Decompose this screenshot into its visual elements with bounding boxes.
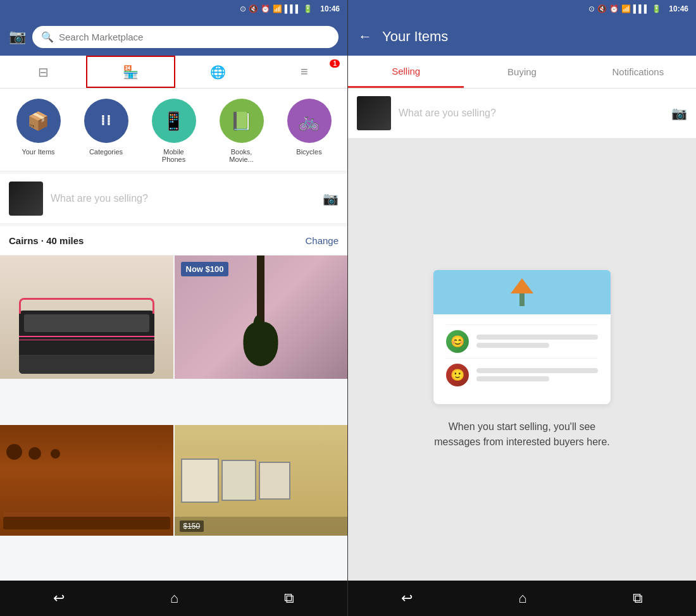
location-bar: Cairns · 40 miles Change bbox=[0, 226, 347, 256]
globe-icon: 🌐 bbox=[210, 65, 226, 80]
tab-menu[interactable]: ≡ 1 bbox=[261, 56, 347, 88]
tab-newsfeed[interactable]: ⊟ bbox=[0, 56, 86, 88]
selling-label: Selling bbox=[392, 66, 420, 77]
card-lines-2 bbox=[476, 368, 598, 381]
lamp-illustration bbox=[511, 278, 533, 306]
newsfeed-icon: ⊟ bbox=[38, 65, 49, 80]
card-lines-1 bbox=[476, 335, 598, 348]
time-right: 10:46 bbox=[669, 4, 688, 13]
listing-treadmill[interactable] bbox=[0, 256, 173, 424]
tab-buying[interactable]: Buying bbox=[464, 56, 580, 88]
sell-prompt-right[interactable]: What are you selling? 📷 bbox=[348, 89, 696, 139]
guitar-price-badge: Now $100 bbox=[181, 262, 229, 276]
record-icon: ⊙ bbox=[240, 4, 246, 13]
battery-icon: 🔋 bbox=[303, 4, 313, 13]
card-header-lamp bbox=[433, 270, 611, 314]
search-input[interactable] bbox=[59, 32, 330, 42]
listing-frames[interactable]: $150 bbox=[175, 425, 348, 581]
bicycles-icon: 🚲 bbox=[287, 99, 332, 143]
right-title: Your Items bbox=[382, 28, 448, 45]
listings-grid: Now $100 bbox=[0, 256, 347, 581]
listing-guitar[interactable]: Now $100 bbox=[175, 256, 348, 424]
recents-button-left[interactable]: ⧉ bbox=[271, 585, 307, 612]
card-line-1a bbox=[476, 335, 598, 340]
empty-state-message: When you start selling, you'll see messa… bbox=[433, 419, 611, 450]
lamp-base bbox=[519, 293, 525, 306]
change-button[interactable]: Change bbox=[305, 235, 339, 246]
category-bicycles[interactable]: 🚲 Bicycles bbox=[287, 99, 332, 163]
right-screen: ⊙ 🔇 ⏰ 📶 ▌▌▌ 🔋 10:46 ← Your Items Selling… bbox=[348, 0, 696, 616]
tab-globe[interactable]: 🌐 bbox=[175, 56, 261, 88]
tab-selling[interactable]: Selling bbox=[348, 56, 464, 88]
card-line-2a bbox=[476, 368, 598, 373]
tab-marketplace[interactable]: 🏪 bbox=[86, 56, 175, 88]
bottom-nav-left: ↩ ⌂ ⧉ bbox=[0, 581, 347, 616]
location-text: Cairns · 40 miles bbox=[9, 235, 84, 246]
home-button-right[interactable]: ⌂ bbox=[506, 585, 539, 612]
categories-label: Categories bbox=[89, 148, 123, 156]
signal-icon-right: ▌▌▌ bbox=[633, 4, 650, 13]
sell-thumb-right bbox=[357, 96, 391, 130]
avatar-red: 🙂 bbox=[446, 364, 469, 386]
categories-icon: ⁞⁞ bbox=[84, 99, 128, 143]
card-line-1b bbox=[476, 343, 549, 348]
empty-card: 😊 🙂 bbox=[433, 270, 611, 404]
back-icon-right[interactable]: ← bbox=[358, 28, 372, 45]
bottom-nav-right: ↩ ⌂ ⧉ bbox=[348, 581, 696, 616]
status-icons-right: ⊙ 🔇 ⏰ 📶 ▌▌▌ 🔋 10:46 bbox=[588, 4, 688, 13]
sell-prompt-left[interactable]: What are you selling? 📷 bbox=[0, 174, 347, 224]
volume-icon-right: 🔇 bbox=[597, 4, 607, 13]
books-icon: 📗 bbox=[220, 99, 264, 143]
phones-icon: 📱 bbox=[152, 99, 196, 143]
sell-placeholder-left: What are you selling? bbox=[51, 193, 315, 204]
record-icon-right: ⊙ bbox=[588, 4, 595, 13]
menu-icon: ≡ bbox=[301, 65, 308, 79]
status-bar-left: ⊙ 🔇 ⏰ 📶 ▌▌▌ 🔋 10:46 bbox=[0, 0, 347, 18]
wifi-icon-right: 📶 bbox=[621, 4, 631, 13]
category-your-items[interactable]: 📦 Your Items bbox=[16, 99, 61, 163]
card-line-2b bbox=[476, 376, 549, 381]
buying-label: Buying bbox=[507, 66, 537, 77]
back-button-right[interactable]: ↩ bbox=[388, 585, 425, 612]
card-row-2: 🙂 bbox=[446, 358, 598, 391]
bicycles-label: Bicycles bbox=[296, 148, 321, 156]
alarm-icon: ⏰ bbox=[261, 4, 270, 13]
back-button-left[interactable]: ↩ bbox=[40, 585, 77, 612]
left-screen: ⊙ 🔇 ⏰ 📶 ▌▌▌ 🔋 10:46 📷 🔍 ⊟ 🏪 bbox=[0, 0, 348, 616]
category-books[interactable]: 📗 Books, Movie... bbox=[220, 99, 264, 163]
battery-icon-right: 🔋 bbox=[652, 4, 661, 13]
right-tabs: Selling Buying Notifications bbox=[348, 56, 696, 89]
right-header: ← Your Items bbox=[348, 18, 696, 56]
signal-icon: ▌▌▌ bbox=[285, 4, 301, 13]
status-icons-left: ⊙ 🔇 ⏰ 📶 ▌▌▌ 🔋 10:46 bbox=[240, 4, 340, 13]
tab-notifications[interactable]: Notifications bbox=[580, 56, 696, 88]
books-label: Books, Movie... bbox=[220, 148, 264, 163]
sell-camera-icon-right: 📷 bbox=[671, 106, 687, 121]
empty-state: 😊 🙂 When you start selling, you'll see m… bbox=[348, 139, 696, 581]
your-items-icon: 📦 bbox=[16, 99, 61, 143]
lamp-shade bbox=[511, 278, 533, 293]
avatar-green: 😊 bbox=[446, 330, 469, 353]
recents-button-right[interactable]: ⧉ bbox=[620, 585, 656, 612]
nav-tabs: ⊟ 🏪 🌐 ≡ 1 bbox=[0, 56, 347, 89]
category-phones[interactable]: 📱 Mobile Phones bbox=[152, 99, 196, 163]
category-categories[interactable]: ⁞⁞ Categories bbox=[84, 99, 128, 163]
card-row-1: 😊 bbox=[446, 324, 598, 358]
search-bar: 📷 🔍 bbox=[0, 18, 347, 56]
time-left: 10:46 bbox=[320, 4, 340, 13]
your-items-label: Your Items bbox=[22, 148, 54, 156]
sell-thumb-left bbox=[9, 182, 43, 216]
categories-row: 📦 Your Items ⁞⁞ Categories 📱 Mobile Phon… bbox=[0, 89, 347, 171]
sell-camera-icon-left: 📷 bbox=[323, 191, 339, 206]
home-button-left[interactable]: ⌂ bbox=[158, 585, 191, 612]
listing-table[interactable] bbox=[0, 425, 173, 581]
wifi-icon: 📶 bbox=[273, 4, 282, 13]
sell-placeholder-right: What are you selling? bbox=[399, 108, 664, 119]
phones-label: Mobile Phones bbox=[152, 148, 196, 163]
alarm-icon-right: ⏰ bbox=[609, 4, 619, 13]
search-icon: 🔍 bbox=[41, 31, 54, 43]
notifications-label: Notifications bbox=[612, 66, 664, 77]
status-bar-right: ⊙ 🔇 ⏰ 📶 ▌▌▌ 🔋 10:46 bbox=[348, 0, 696, 18]
search-input-wrapper[interactable]: 🔍 bbox=[32, 26, 339, 48]
camera-icon[interactable]: 📷 bbox=[9, 28, 26, 45]
